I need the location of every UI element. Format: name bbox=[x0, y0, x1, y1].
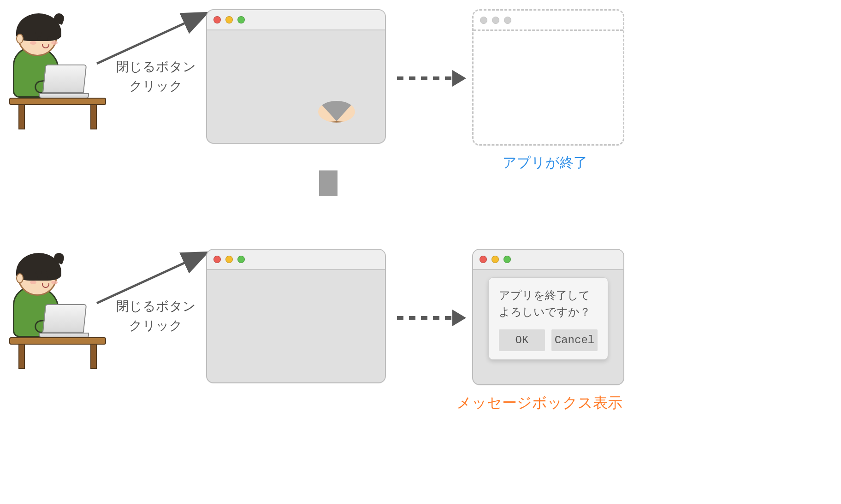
app-window-closed bbox=[472, 9, 624, 146]
minimize-icon[interactable] bbox=[225, 16, 233, 23]
titlebar-closed bbox=[474, 11, 623, 31]
action-label-top: 閉じるボタン クリック bbox=[110, 57, 202, 96]
action-label-top-line1: 閉じるボタン bbox=[116, 59, 196, 74]
user-illustration-bottom bbox=[9, 254, 106, 369]
close-icon[interactable] bbox=[213, 256, 221, 263]
diagram-canvas: 閉じるボタン クリック アプリが終了 bbox=[0, 0, 841, 504]
action-label-bottom: 閉じるボタン クリック bbox=[110, 297, 202, 335]
zoom-icon[interactable] bbox=[237, 256, 245, 263]
arrow-transition-bottom bbox=[397, 310, 466, 326]
minimize-icon[interactable] bbox=[225, 256, 233, 263]
zoom-icon[interactable] bbox=[237, 16, 245, 23]
close-icon[interactable] bbox=[213, 16, 221, 23]
ok-button[interactable]: OK bbox=[499, 329, 545, 351]
app-window-top bbox=[206, 9, 386, 144]
app-window-bottom bbox=[206, 249, 386, 383]
confirm-dialog: アプリを終了して よろしいですか？ OK Cancel bbox=[488, 277, 608, 360]
titlebar-dialog bbox=[473, 250, 623, 270]
zoom-icon[interactable] bbox=[503, 256, 511, 263]
zoom-icon bbox=[504, 17, 511, 24]
dialog-message: アプリを終了して よろしいですか？ bbox=[499, 288, 598, 321]
result-label-bottom: メッセージボックス表示 bbox=[456, 392, 622, 414]
minimize-icon[interactable] bbox=[492, 256, 499, 263]
titlebar-bottom bbox=[207, 250, 385, 270]
user-illustration-top bbox=[9, 15, 106, 130]
close-icon[interactable] bbox=[480, 256, 487, 263]
action-label-bottom-line2: クリック bbox=[129, 318, 183, 333]
action-label-top-line2: クリック bbox=[129, 79, 183, 93]
result-label-top: アプリが終了 bbox=[503, 152, 587, 173]
cancel-button[interactable]: Cancel bbox=[551, 329, 598, 351]
titlebar-top bbox=[207, 10, 385, 30]
minimize-icon bbox=[492, 17, 499, 24]
action-label-bottom-line1: 閉じるボタン bbox=[116, 299, 196, 313]
arrow-transition-top bbox=[397, 70, 466, 87]
app-window-with-dialog: アプリを終了して よろしいですか？ OK Cancel bbox=[472, 249, 624, 385]
close-icon bbox=[480, 17, 487, 24]
svg-line-0 bbox=[97, 14, 205, 64]
arrow-flow-down bbox=[310, 170, 347, 196]
svg-line-1 bbox=[97, 253, 205, 303]
